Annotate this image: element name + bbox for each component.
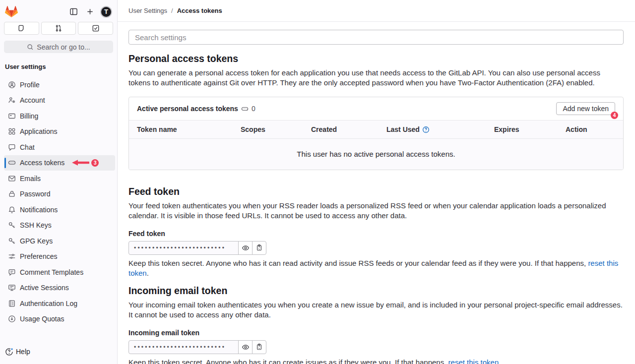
sidebar-item-ssh-keys[interactable]: SSH Keys — [4, 218, 115, 234]
password-lock-icon — [8, 190, 16, 198]
sidebar-item-access-tokens[interactable]: Access tokens 3 — [4, 155, 115, 171]
breadcrumb-separator: / — [167, 7, 177, 14]
gpg-key-icon — [8, 237, 16, 245]
personal-access-tokens-description: You can generate a personal access token… — [128, 68, 624, 88]
question-help-icon[interactable] — [422, 126, 430, 133]
eye-icon — [242, 343, 250, 351]
sidebar-item-notifications[interactable]: Notifications — [4, 202, 115, 218]
sidebar-item-label: Notifications — [20, 206, 58, 214]
col-scopes: Scopes — [233, 121, 303, 139]
feed-token-group: ••••••••••••••••••••••••• — [128, 241, 624, 255]
sidebar-item-emails[interactable]: Emails — [4, 171, 115, 186]
sidebar-item-label: Access tokens — [20, 159, 64, 167]
gitlab-logo-icon[interactable] — [5, 6, 18, 18]
sidebar-nav: Profile Account Billing Applications Cha… — [0, 77, 117, 327]
sidebar-item-comment-templates[interactable]: Comment Templates — [4, 264, 115, 280]
active-tokens-card: Active personal access tokens 0 Add new … — [128, 97, 624, 170]
sidebar-item-label: Chat — [20, 143, 35, 151]
tokens-table: Token name Scopes Created Last Used — [129, 120, 623, 170]
feed-token-masked-field[interactable]: ••••••••••••••••••••••••• — [128, 241, 239, 255]
create-new-plus-icon[interactable] — [83, 5, 96, 18]
search-placeholder-text: Search or go to... — [37, 43, 90, 51]
merge-requests-shortcut-button[interactable] — [41, 22, 76, 35]
incoming-email-token-reveal-button[interactable] — [238, 340, 253, 354]
clipboard-copy-icon — [255, 244, 263, 251]
user-avatar[interactable]: T — [100, 6, 112, 18]
active-indicator-bar — [4, 158, 6, 169]
sidebar-item-label: Emails — [20, 175, 41, 182]
authentication-log-icon — [8, 300, 16, 307]
applications-icon — [8, 127, 16, 135]
sidebar-item-label: Active Sessions — [20, 284, 69, 292]
notifications-bell-icon — [8, 206, 16, 214]
breadcrumb-access-tokens: Access tokens — [177, 7, 222, 14]
col-created: Created — [303, 121, 379, 139]
incoming-email-token-title: Incoming email token — [128, 285, 624, 297]
sidebar-item-preferences[interactable]: Preferences — [4, 249, 115, 265]
issues-shortcut-button[interactable] — [4, 22, 39, 35]
todo-shortcut-button[interactable] — [78, 22, 113, 35]
sidebar-item-label: Authentication Log — [20, 300, 77, 307]
token-count-value: 0 — [252, 105, 255, 113]
preferences-sliders-icon — [8, 252, 16, 260]
sidebar-item-label: Applications — [20, 127, 58, 135]
active-tokens-card-header: Active personal access tokens 0 Add new … — [129, 97, 623, 120]
feed-token-hint: Keep this token secret. Anyone who has i… — [128, 258, 624, 278]
incoming-email-token-copy-button[interactable] — [252, 340, 266, 354]
sidebar-item-password[interactable]: Password — [4, 186, 115, 202]
feed-token-hint-suffix: . — [147, 269, 149, 277]
sidebar-item-usage-quotas[interactable]: Usage Quotas — [4, 311, 115, 327]
add-new-token-button[interactable]: Add new token — [556, 102, 615, 115]
sidebar-item-chat[interactable]: Chat — [4, 139, 115, 155]
active-sessions-monitor-icon — [8, 284, 16, 292]
sidebar-item-authentication-log[interactable]: Authentication Log — [4, 296, 115, 311]
annotation-badge-4: 4 — [611, 112, 618, 119]
emails-icon — [8, 175, 16, 182]
feed-token-reveal-button[interactable] — [238, 241, 253, 255]
breadcrumb-user-settings[interactable]: User Settings — [128, 7, 167, 14]
feed-token-field-label: Feed token — [128, 230, 624, 238]
help-icon — [5, 348, 13, 356]
sidebar-item-gpg-keys[interactable]: GPG Keys — [4, 233, 115, 249]
sidebar-item-account[interactable]: Account — [4, 93, 115, 109]
main-area: User Settings / Access tokens Personal a… — [118, 0, 635, 364]
sidebar-item-label: Preferences — [20, 252, 57, 260]
personal-access-tokens-title: Personal access tokens — [128, 53, 624, 64]
feed-token-description: Your feed token authenticates you when y… — [128, 201, 624, 221]
app-window: T Search or go to... User settings Profi — [0, 0, 635, 364]
sidebar-item-label: Password — [20, 190, 50, 198]
billing-icon — [8, 112, 16, 120]
sidebar-item-label: SSH Keys — [20, 221, 52, 229]
search-or-go-to[interactable]: Search or go to... — [4, 41, 113, 53]
sidebar: T Search or go to... User settings Profi — [0, 0, 118, 364]
sidebar-item-active-sessions[interactable]: Active Sessions — [4, 280, 115, 296]
incoming-email-token-hint-text: Keep this token secret. Anyone who has i… — [128, 358, 448, 364]
sidebar-top-row: T — [0, 0, 117, 19]
usage-quotas-icon — [8, 315, 16, 323]
annotation-badge-3: 3 — [91, 159, 99, 167]
feed-token-hint-text: Keep this token secret. Anyone who has i… — [128, 259, 588, 267]
annotation-arrow-icon — [71, 159, 89, 166]
sidebar-toggle-icon[interactable] — [67, 5, 80, 18]
chat-icon — [8, 143, 16, 151]
sidebar-shortcuts — [4, 22, 113, 35]
sidebar-item-label: GPG Keys — [20, 237, 53, 245]
sidebar-item-applications[interactable]: Applications — [4, 124, 115, 140]
search-settings-input[interactable] — [128, 30, 624, 45]
incoming-email-token-reset-link[interactable]: reset this token — [448, 358, 499, 364]
incoming-email-token-group: ••••••••••••••••••••••••• — [128, 340, 624, 354]
sidebar-item-label: Usage Quotas — [20, 315, 64, 323]
comment-templates-icon — [8, 268, 16, 276]
annotation-arrow-and-badge: 3 — [71, 159, 99, 167]
feed-token-title: Feed token — [128, 186, 624, 197]
sidebar-item-billing[interactable]: Billing — [4, 108, 115, 124]
ssh-key-icon — [8, 221, 16, 229]
feed-token-copy-button[interactable] — [252, 241, 266, 255]
help-button[interactable]: Help — [0, 344, 117, 364]
incoming-email-token-masked-field[interactable]: ••••••••••••••••••••••••• — [128, 340, 239, 354]
sidebar-section-title: User settings — [5, 63, 117, 70]
sidebar-item-profile[interactable]: Profile — [4, 77, 115, 93]
sidebar-item-label: Billing — [20, 112, 38, 120]
sidebar-item-label: Profile — [20, 81, 40, 89]
help-label: Help — [16, 348, 30, 356]
